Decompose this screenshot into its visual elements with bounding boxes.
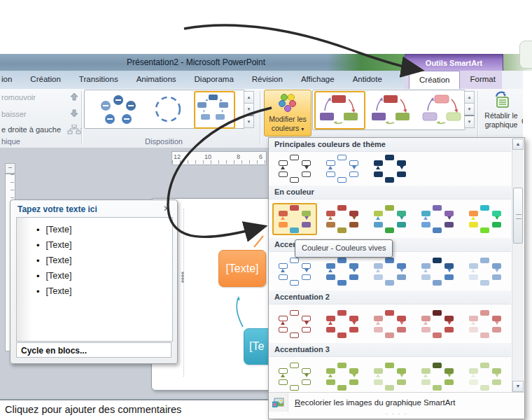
tab-création[interactable]: Création	[21, 71, 69, 89]
tab-affichage[interactable]: Affichage	[292, 71, 344, 89]
modify-colors-label-line2: couleurs	[272, 124, 300, 132]
text-pane-title: Tapez votre texte ici	[18, 204, 97, 214]
color-style-swatch[interactable]	[415, 360, 460, 393]
main-tabs: ionCréationTransitionsAnimationsDiaporam…	[0, 71, 391, 89]
dropdown-resize-grip[interactable]: ∙ ∙ ∙ ∙	[269, 411, 524, 418]
modify-colors-icon	[276, 92, 299, 112]
gallery-scroll-down[interactable]: ▼	[244, 103, 254, 115]
tab-animations[interactable]: Animations	[127, 71, 186, 89]
styles-more-button[interactable]: ▼	[464, 115, 475, 128]
layout-thumb-basic-cycle[interactable]	[97, 92, 140, 126]
color-style-swatch[interactable]	[463, 203, 507, 235]
gallery-scroll-up[interactable]: ▲	[244, 91, 254, 104]
color-style-swatch[interactable]	[368, 255, 412, 288]
color-style-swatch[interactable]	[272, 255, 317, 288]
layout-thumb-text-cycle[interactable]	[148, 92, 188, 126]
text-pane-bullet-item[interactable]: •[Texte]	[17, 253, 172, 268]
tab-antidote[interactable]: Antidote	[344, 71, 391, 89]
bullet-text: [Texte]	[46, 255, 72, 265]
tab-diaporama[interactable]: Diaporama	[186, 71, 243, 89]
background-window-corner	[519, 41, 532, 69]
style-thumb-2[interactable]	[368, 92, 413, 125]
ruler-number: 10	[204, 153, 211, 160]
text-pane-bullet-item[interactable]: •[Texte]	[17, 222, 172, 237]
text-pane-bullet-item[interactable]: •[Texte]	[17, 284, 172, 299]
color-style-swatch[interactable]	[415, 308, 460, 340]
color-style-swatch[interactable]	[368, 308, 412, 340]
color-style-swatch[interactable]	[320, 360, 365, 393]
color-style-swatch[interactable]	[320, 203, 365, 235]
layout-thumb-block-cycle-selected[interactable]	[194, 91, 235, 129]
recolor-pictures-menu-item[interactable]: Recolorier les images du graphique Smart…	[269, 392, 524, 412]
org-chart-icon[interactable]	[67, 125, 83, 134]
right-to-left-button[interactable]: e droite à gauche	[1, 125, 61, 134]
color-style-swatch[interactable]	[368, 203, 412, 235]
color-style-swatch[interactable]	[415, 203, 460, 235]
color-style-swatch[interactable]	[463, 255, 507, 288]
swatch-row	[269, 252, 511, 290]
modify-colors-button[interactable]: Modifier les couleurs ▾	[264, 90, 312, 136]
text-pane-bullet-item[interactable]: •[Texte]	[17, 268, 172, 284]
swatch-row	[269, 152, 511, 186]
color-style-swatch[interactable]	[272, 360, 317, 393]
scroll-down-icon[interactable]: ▼	[512, 381, 524, 392]
dropdown-section-header: Accentuation 2	[269, 290, 511, 304]
reset-graphic-icon	[491, 90, 511, 110]
color-style-swatch[interactable]	[320, 153, 365, 184]
arrow-up-icon[interactable]	[70, 92, 78, 101]
demote-button[interactable]: baisser	[1, 110, 26, 118]
tab-ion[interactable]: ion	[0, 71, 21, 89]
tab-révision[interactable]: Révision	[243, 71, 292, 89]
scroll-up-icon[interactable]: ▲	[512, 139, 524, 150]
gallery-more-button[interactable]: ▼	[244, 115, 254, 128]
dropdown-section-header: Accentuation 3	[269, 343, 511, 357]
group-separator	[260, 91, 260, 144]
reset-graphic-button[interactable]: Rétablir le graphique	[480, 90, 522, 142]
smartart-connectors	[231, 231, 273, 336]
color-style-swatch-selected[interactable]	[272, 203, 317, 235]
contextual-tabs: CréationFormat	[405, 71, 505, 89]
color-style-swatch[interactable]	[368, 153, 412, 184]
color-style-swatch[interactable]	[272, 153, 317, 184]
bullet-text: [Texte]	[46, 286, 72, 296]
text-pane-bullet-item[interactable]: •[Texte]	[17, 237, 172, 253]
tab-transitions[interactable]: Transitions	[70, 71, 127, 89]
text-pane-list[interactable]: •[Texte]•[Texte]•[Texte]•[Texte]•[Texte]	[16, 217, 173, 342]
text-pane-status: Cycle en blocs...	[16, 342, 172, 358]
ruler-number: 6	[259, 153, 262, 160]
tooltip: Couleur - Couleurs vives	[295, 239, 393, 258]
color-style-swatch[interactable]	[415, 255, 460, 288]
smartart-text-pane: Tapez votre texte ici ✕ •[Texte]•[Texte]…	[10, 200, 178, 364]
bullet-icon: •	[36, 271, 40, 281]
close-icon[interactable]: ✕	[163, 204, 170, 214]
bullet-icon: •	[36, 255, 40, 266]
contextual-tab-création[interactable]: Création	[409, 71, 460, 89]
color-style-swatch[interactable]	[320, 255, 365, 288]
scrollbar-thumb[interactable]	[513, 188, 523, 244]
color-style-swatch[interactable]	[272, 308, 317, 340]
modify-colors-label-line1: Modifier les	[269, 115, 307, 123]
smartart-frame-grip[interactable]	[181, 272, 186, 283]
color-style-swatch[interactable]	[368, 360, 412, 393]
dropdown-scrollbar[interactable]: ▲ ▼	[512, 139, 524, 392]
bullet-icon: •	[36, 225, 40, 235]
notes-placeholder[interactable]: Cliquez pour ajouter des commentaires	[5, 404, 181, 415]
promote-button[interactable]: romouvoir	[1, 93, 36, 102]
arrow-down-icon[interactable]	[70, 109, 78, 118]
color-style-swatch[interactable]	[463, 308, 507, 340]
color-style-swatch[interactable]	[320, 308, 365, 340]
group-separator	[477, 91, 478, 144]
chevron-down-icon: ▾	[301, 126, 304, 132]
bullet-icon: •	[36, 240, 40, 251]
powerpoint-window: Présentation2 - Microsoft PowerPoint Out…	[0, 0, 532, 420]
smartart-frame-border[interactable]	[183, 209, 185, 377]
ruler-number: 8	[237, 153, 240, 160]
style-thumb-1-selected[interactable]	[314, 91, 365, 130]
styles-scroll-down[interactable]: ▼	[464, 103, 475, 115]
horizontal-ruler[interactable]: 121086	[172, 151, 267, 165]
style-thumb-3[interactable]	[419, 92, 464, 125]
styles-scroll-up[interactable]: ▲	[464, 91, 475, 104]
contextual-tab-format[interactable]: Format	[460, 71, 505, 89]
reset-label-line1: Rétablir le	[484, 111, 517, 120]
color-style-swatch[interactable]	[463, 360, 507, 393]
